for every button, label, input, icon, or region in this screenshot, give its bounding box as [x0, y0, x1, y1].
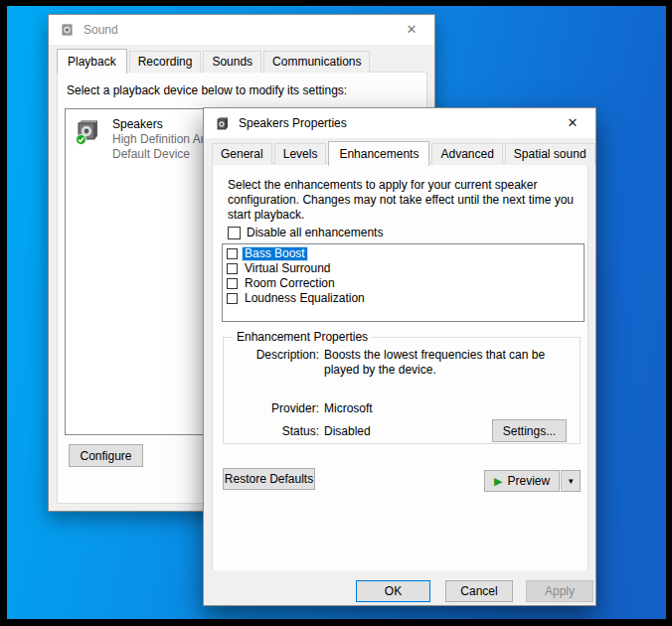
provider-value: Microsoft [324, 401, 373, 416]
speakers-properties-window: Speakers Properties ✕ General Levels Enh… [203, 107, 596, 606]
status-value: Disabled [324, 424, 371, 439]
tab-general[interactable]: General [212, 143, 272, 165]
enhancement-properties-group: Enhancement Properties Description: Boos… [223, 337, 581, 444]
loudness-equalization-checkbox[interactable] [227, 293, 238, 304]
configure-button[interactable]: Configure [69, 444, 143, 467]
cancel-button[interactable]: Cancel [445, 580, 513, 602]
tab-playback[interactable]: Playback [57, 49, 127, 74]
provider-row: Provider: Microsoft [224, 401, 373, 416]
status-label: Status: [224, 424, 319, 438]
preview-split-button: ▶ Preview ▼ [484, 470, 581, 492]
tab-levels[interactable]: Levels [274, 143, 327, 165]
speaker-icon [215, 115, 231, 131]
tab-enhancements[interactable]: Enhancements [328, 141, 429, 166]
disable-all-enhancements-row: Disable all enhancements [228, 226, 383, 239]
ok-button[interactable]: OK [356, 580, 430, 602]
play-icon: ▶ [494, 476, 502, 487]
description-label: Description: [224, 348, 319, 362]
enhancement-list[interactable]: Bass Boost Virtual Surround Room Correct… [222, 243, 585, 322]
room-correction-checkbox[interactable] [227, 278, 238, 289]
properties-tabstrip: General Levels Enhancements Advanced Spa… [212, 141, 597, 165]
tab-recording[interactable]: Recording [129, 51, 202, 73]
tab-sounds[interactable]: Sounds [203, 51, 261, 73]
disable-all-checkbox[interactable] [228, 227, 241, 239]
group-title: Enhancement Properties [233, 330, 372, 344]
tab-advanced[interactable]: Advanced [431, 143, 502, 165]
playback-instruction-text: Select a playback device below to modify… [67, 83, 347, 97]
close-icon[interactable]: ✕ [552, 108, 593, 137]
close-icon[interactable]: ✕ [391, 15, 432, 44]
chevron-down-icon: ▼ [567, 477, 575, 486]
list-item-bass-boost[interactable]: Bass Boost [223, 246, 584, 261]
settings-button[interactable]: Settings... [492, 419, 567, 442]
provider-label: Provider: [224, 401, 319, 415]
speakers-device-icon [73, 117, 102, 147]
window-title: Speakers Properties [239, 116, 347, 130]
restore-defaults-button[interactable]: Restore Defaults [223, 468, 315, 490]
preview-label: Preview [507, 474, 550, 488]
virtual-surround-checkbox[interactable] [227, 263, 238, 274]
list-item-virtual-surround[interactable]: Virtual Surround [223, 261, 584, 276]
description-value: Boosts the lowest frequencies that can b… [324, 348, 579, 378]
apply-button[interactable]: Apply [526, 580, 593, 602]
speaker-icon [60, 22, 76, 38]
tab-spatial-sound[interactable]: Spatial sound [505, 143, 595, 165]
list-item-room-correction[interactable]: Room Correction [223, 276, 584, 291]
list-item-loudness-equalization[interactable]: Loudness Equalization [223, 291, 584, 306]
enhancements-instruction-text: Select the enhancements to apply for you… [228, 178, 582, 223]
description-row: Description: Boosts the lowest frequenci… [224, 348, 579, 378]
properties-titlebar[interactable]: Speakers Properties [204, 108, 595, 138]
window-title: Sound [84, 23, 118, 37]
preview-button[interactable]: ▶ Preview [484, 470, 560, 492]
preview-dropdown-button[interactable]: ▼ [561, 470, 581, 492]
bass-boost-checkbox[interactable] [227, 248, 238, 259]
tab-communications[interactable]: Communications [263, 51, 370, 73]
sound-titlebar[interactable]: Sound [49, 15, 434, 45]
status-row: Status: Disabled [224, 424, 371, 439]
disable-all-label: Disable all enhancements [247, 226, 383, 239]
sound-tabstrip: Playback Recording Sounds Communications [57, 49, 372, 73]
